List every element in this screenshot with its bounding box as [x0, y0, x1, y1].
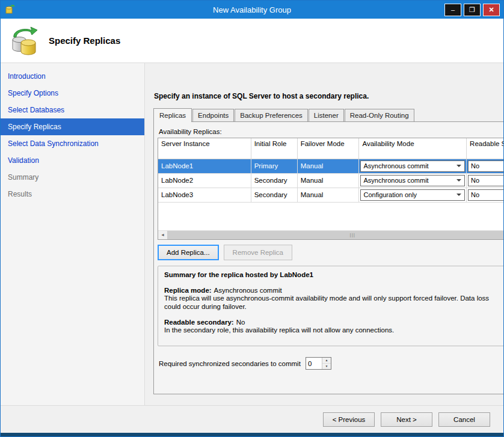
title-bar[interactable]: New Availability Group – ❐ ✕ [1, 1, 503, 19]
help-row: ?Help [153, 67, 503, 80]
quorum-row: Required synchronized secondaries to com… [158, 357, 503, 370]
readable-secondary-dropdown[interactable]: No [468, 160, 503, 172]
readable-secondary-line: Readable secondary:No [164, 319, 503, 326]
close-button[interactable]: ✕ [483, 4, 500, 16]
col-server-instance[interactable]: Server Instance [158, 138, 251, 159]
cancel-button[interactable]: Cancel [438, 412, 490, 427]
scrollbar-track[interactable]: ||| [167, 231, 503, 239]
dropdown-value: Asynchronous commit [363, 177, 428, 184]
sidebar-item-validation[interactable]: Validation [1, 152, 144, 169]
sidebar-item-specify-replicas[interactable]: Specify Replicas [1, 118, 144, 135]
readable-secondary-dropdown[interactable]: No [468, 189, 503, 201]
col-initial-role[interactable]: Initial Role [251, 138, 297, 159]
sidebar-item-specify-options[interactable]: Specify Options [1, 85, 144, 102]
cell-failover-mode[interactable]: Manual [297, 188, 359, 202]
sidebar-item-results: Results [1, 186, 144, 203]
table-row[interactable]: LabNode1 Primary Manual Asynchronous com… [158, 159, 503, 173]
instruction-text: Specify an instance of SQL Server to hos… [154, 92, 503, 100]
chevron-down-icon [456, 179, 461, 182]
sidebar-item-select-databases[interactable]: Select Databases [1, 102, 144, 118]
previous-button[interactable]: < Previous [323, 412, 375, 427]
tab-endpoints[interactable]: Endpoints [192, 109, 234, 121]
replica-actions: Add Replica... Remove Replica [158, 245, 503, 260]
wizard-steps: Introduction Specify Options Select Data… [1, 63, 145, 405]
tab-strip: Replicas Endpoints Backup Preferences Li… [153, 108, 503, 121]
table-row[interactable]: LabNode3 Secondary Manual Configuration … [158, 188, 503, 202]
replicas-tab-panel: Availability Replicas: Server Instance I… [153, 121, 503, 394]
replica-mode-value: Asynchronous commit [214, 287, 282, 294]
cell-server-instance[interactable]: LabNode3 [158, 188, 251, 202]
col-readable-secondary[interactable]: Readable Secondary [467, 138, 503, 159]
chevron-down-icon [456, 165, 461, 167]
replica-mode-label: Replica mode: [164, 287, 212, 294]
secondaries-spinner[interactable]: ▲ ▼ [306, 357, 331, 370]
table-row[interactable]: LabNode2 Secondary Manual Asynchronous c… [158, 173, 503, 188]
secondaries-to-commit-label: Required synchronized secondaries to com… [159, 360, 301, 367]
replica-mode-description: This replica will use asynchronous-commi… [164, 294, 492, 311]
cell-initial-role[interactable]: Primary [251, 159, 297, 173]
scrollbar-grip-icon: ||| [350, 231, 355, 239]
dropdown-value: Asynchronous commit [363, 162, 428, 170]
availability-replicas-label: Availability Replicas: [159, 128, 503, 135]
remove-replica-button[interactable]: Remove Replica [224, 245, 292, 260]
dropdown-value: No [471, 191, 479, 198]
cell-failover-mode[interactable]: Manual [297, 173, 359, 188]
cell-server-instance[interactable]: LabNode1 [158, 159, 251, 173]
col-availability-mode[interactable]: Availability Mode [359, 138, 467, 159]
dropdown-value: No [471, 162, 479, 170]
secondaries-input[interactable] [306, 358, 322, 369]
spin-down-icon[interactable]: ▼ [322, 364, 331, 369]
grid-header-row: Server Instance Initial Role Failover Mo… [158, 138, 503, 159]
next-button[interactable]: Next > [381, 412, 432, 427]
dropdown-value: Configuration only [363, 191, 417, 198]
sidebar-item-select-data-sync[interactable]: Select Data Synchronization [1, 135, 144, 152]
availability-mode-dropdown[interactable]: Asynchronous commit [360, 160, 465, 172]
wizard-header: Specify Replicas [1, 19, 503, 63]
availability-mode-dropdown[interactable]: Configuration only [360, 189, 465, 201]
replicas-grid: Server Instance Initial Role Failover Mo… [158, 138, 503, 240]
readable-secondary-dropdown[interactable]: No [468, 175, 503, 186]
summary-title: Summary for the replica hosted by LabNod… [164, 271, 503, 278]
sidebar-item-summary: Summary [1, 169, 144, 186]
readable-secondary-value: No [236, 319, 245, 326]
spin-up-icon[interactable]: ▲ [322, 358, 331, 364]
window-controls: – ❐ ✕ [444, 4, 503, 16]
scroll-left-icon[interactable]: ◄ [158, 231, 167, 239]
col-failover-mode[interactable]: Failover Mode [297, 138, 359, 159]
window-title: New Availability Group [1, 5, 503, 14]
replica-summary-panel: Summary for the replica hosted by LabNod… [158, 266, 503, 346]
minimize-button[interactable]: – [444, 4, 461, 16]
dialog-body: Introduction Specify Options Select Data… [1, 63, 503, 405]
availability-group-icon [10, 26, 38, 56]
sidebar-item-introduction[interactable]: Introduction [1, 68, 144, 85]
tab-listener[interactable]: Listener [309, 109, 344, 121]
dialog-window: New Availability Group – ❐ ✕ [0, 0, 504, 437]
window-bottom-border [1, 433, 503, 436]
readable-secondary-label: Readable secondary: [164, 319, 234, 326]
availability-mode-dropdown[interactable]: Asynchronous commit [360, 175, 465, 186]
tab-read-only-routing[interactable]: Read-Only Routing [345, 109, 414, 121]
horizontal-scrollbar[interactable]: ◄ ||| ► [158, 230, 503, 239]
spinner-buttons: ▲ ▼ [322, 358, 331, 369]
app-icon [5, 4, 16, 15]
chevron-down-icon [456, 194, 461, 196]
page-title: Specify Replicas [49, 35, 120, 46]
readable-secondary-description: In the secondary role, this availability… [164, 326, 492, 334]
scrollbar-thumb[interactable]: ||| [167, 231, 503, 239]
maximize-button[interactable]: ❐ [464, 4, 481, 16]
cell-initial-role[interactable]: Secondary [251, 173, 297, 188]
tab-backup-preferences[interactable]: Backup Preferences [235, 109, 308, 121]
tab-replicas[interactable]: Replicas [153, 108, 192, 122]
dialog-footer: < Previous Next > Cancel [1, 405, 503, 433]
cell-initial-role[interactable]: Secondary [251, 188, 297, 202]
main-content: ?Help Specify an instance of SQL Server … [145, 63, 503, 405]
dropdown-value: No [471, 177, 479, 184]
replica-mode-line: Replica mode:Asynchronous commit [164, 287, 503, 294]
cell-failover-mode[interactable]: Manual [297, 159, 359, 173]
cell-server-instance[interactable]: LabNode2 [158, 173, 251, 188]
add-replica-button[interactable]: Add Replica... [158, 245, 219, 260]
